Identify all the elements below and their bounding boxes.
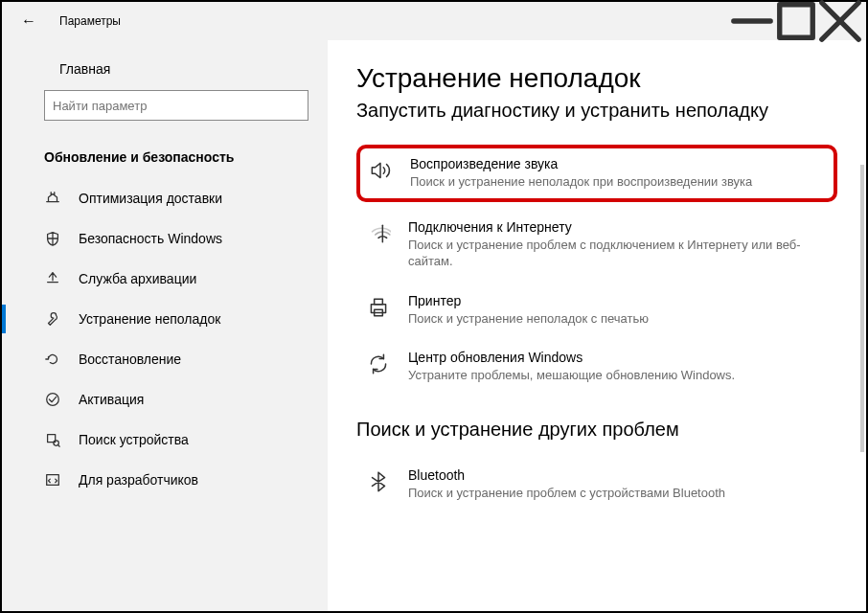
- page-subtitle: Запустить диагностику и устранить непола…: [356, 100, 837, 122]
- update-icon: [366, 352, 391, 376]
- window-controls: [730, 6, 862, 36]
- page-title: Устранение неполадок: [356, 63, 837, 94]
- scrollbar[interactable]: [860, 165, 864, 452]
- check-circle-icon: [44, 391, 61, 408]
- recovery-icon: [44, 351, 61, 368]
- svg-rect-1: [780, 5, 813, 38]
- troubleshooter-internet[interactable]: Подключения к Интернету Поиск и устранен…: [356, 208, 837, 282]
- back-button[interactable]: ←: [21, 12, 36, 30]
- sidebar-nav: Оптимизация доставки Безопасность Window…: [2, 178, 328, 500]
- troubleshooter-title: Подключения к Интернету: [408, 219, 828, 235]
- window-title: Параметры: [59, 14, 121, 28]
- svg-rect-12: [375, 299, 383, 304]
- sidebar-item-windows-security[interactable]: Безопасность Windows: [2, 218, 328, 259]
- body: Главная Обновление и безопасность Оптими…: [2, 40, 866, 611]
- sidebar-item-troubleshoot[interactable]: Устранение неполадок: [2, 299, 328, 339]
- home-label: Главная: [59, 61, 110, 77]
- minimize-button[interactable]: [730, 6, 774, 36]
- sidebar-item-label: Восстановление: [79, 352, 181, 367]
- settings-window: ← Параметры Главная: [0, 0, 868, 613]
- sidebar-item-label: Устранение неполадок: [79, 311, 220, 327]
- home-button[interactable]: Главная: [2, 54, 328, 84]
- other-list: Bluetooth Поиск и устранение проблем с у…: [356, 456, 837, 513]
- close-button[interactable]: [818, 6, 862, 36]
- troubleshooter-audio[interactable]: Воспроизведение звука Поиск и устранение…: [356, 145, 837, 202]
- troubleshooter-update[interactable]: Центр обновления Windows Устраните пробл…: [356, 338, 837, 396]
- minimize-icon: [730, 0, 774, 43]
- code-icon: [44, 471, 61, 488]
- shield-icon: [44, 230, 61, 247]
- find-device-icon: [44, 431, 61, 448]
- sidebar-item-label: Поиск устройства: [79, 432, 189, 447]
- troubleshooter-list: Воспроизведение звука Поиск и устранение…: [356, 145, 837, 396]
- sidebar-item-delivery-optimization[interactable]: Оптимизация доставки: [2, 178, 328, 218]
- speaker-icon: [368, 158, 393, 183]
- sidebar-item-activation[interactable]: Активация: [2, 379, 328, 420]
- svg-line-9: [57, 444, 59, 446]
- sidebar-item-recovery[interactable]: Восстановление: [2, 339, 328, 379]
- wrench-icon: [44, 310, 61, 328]
- troubleshooter-title: Bluetooth: [408, 467, 828, 483]
- troubleshooter-desc: Поиск и устранение неполадок с печатью: [408, 310, 828, 328]
- sidebar-item-label: Для разработчиков: [79, 472, 198, 488]
- maximize-icon: [774, 0, 818, 43]
- troubleshooter-bluetooth[interactable]: Bluetooth Поиск и устранение проблем с у…: [356, 456, 837, 513]
- sidebar-item-label: Активация: [79, 392, 144, 407]
- sidebar-item-backup[interactable]: Служба архивации: [2, 259, 328, 299]
- sidebar: Главная Обновление и безопасность Оптими…: [2, 40, 328, 611]
- search-field[interactable]: [53, 99, 300, 113]
- wifi-icon: [366, 221, 391, 246]
- maximize-button[interactable]: [774, 6, 818, 36]
- bluetooth-icon: [366, 469, 391, 494]
- troubleshooter-text: Воспроизведение звука Поиск и устранение…: [410, 156, 826, 191]
- svg-point-6: [47, 394, 59, 406]
- sidebar-item-developers[interactable]: Для разработчиков: [2, 460, 328, 500]
- titlebar-left: ← Параметры: [21, 12, 121, 30]
- printer-icon: [366, 295, 391, 320]
- sidebar-item-label: Служба архивации: [79, 271, 196, 286]
- sidebar-item-label: Безопасность Windows: [79, 231, 222, 246]
- troubleshooter-desc: Поиск и устранение проблем с устройствам…: [408, 485, 828, 502]
- troubleshooter-text: Принтер Поиск и устранение неполадок с п…: [408, 293, 828, 328]
- troubleshooter-desc: Поиск и устранение проблем с подключение…: [408, 237, 828, 270]
- troubleshooter-desc: Устраните проблемы, мешающие обновлению …: [408, 367, 828, 384]
- delivery-icon: [44, 190, 61, 207]
- svg-rect-11: [371, 304, 385, 312]
- search-input[interactable]: [44, 90, 308, 121]
- troubleshooter-desc: Поиск и устранение неполадок при воспрои…: [410, 173, 826, 191]
- troubleshooter-text: Центр обновления Windows Устраните пробл…: [408, 350, 828, 384]
- other-section-title: Поиск и устранение других проблем: [356, 419, 837, 441]
- sidebar-item-label: Оптимизация доставки: [79, 191, 222, 206]
- troubleshooter-title: Воспроизведение звука: [410, 156, 826, 171]
- titlebar: ← Параметры: [2, 2, 866, 40]
- troubleshooter-text: Bluetooth Поиск и устранение проблем с у…: [408, 467, 828, 502]
- backup-icon: [44, 270, 61, 287]
- troubleshooter-printer[interactable]: Принтер Поиск и устранение неполадок с п…: [356, 282, 837, 339]
- sidebar-item-find-device[interactable]: Поиск устройства: [2, 420, 328, 460]
- troubleshooter-title: Центр обновления Windows: [408, 350, 828, 365]
- sidebar-section-title: Обновление и безопасность: [2, 140, 328, 178]
- troubleshooter-title: Принтер: [408, 293, 828, 308]
- main-content: Устранение неполадок Запустить диагности…: [328, 40, 866, 611]
- close-icon: [818, 0, 862, 43]
- troubleshooter-text: Подключения к Интернету Поиск и устранен…: [408, 219, 828, 270]
